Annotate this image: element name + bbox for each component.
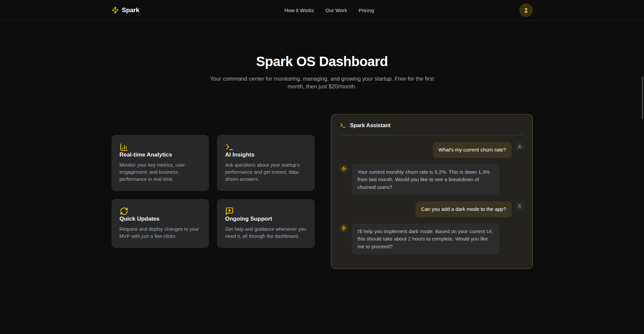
user-icon bbox=[517, 144, 522, 149]
feature-description: Request and deploy changes to your MVP w… bbox=[120, 226, 201, 240]
chat-messages: What's my current churn rate? Your curre… bbox=[331, 135, 532, 269]
page-scrollbar-track bbox=[641, 0, 644, 334]
spark-assistant-panel: Spark Assistant What's my current churn … bbox=[331, 114, 533, 269]
zap-icon bbox=[341, 226, 346, 230]
nav-link-our-work[interactable]: Our Work bbox=[326, 7, 347, 13]
page-title: Spark OS Dashboard bbox=[112, 54, 533, 69]
nav-link-pricing[interactable]: Pricing bbox=[359, 7, 374, 13]
assistant-panel-title: Spark Assistant bbox=[350, 122, 391, 129]
chat-message-user: What's my current churn rate? bbox=[340, 142, 524, 158]
top-nav: Spark How it Works Our Work Pricing bbox=[0, 0, 644, 21]
zap-icon bbox=[112, 6, 119, 14]
user-icon bbox=[517, 204, 522, 208]
user-avatar-chip bbox=[516, 202, 524, 210]
account-avatar-button[interactable] bbox=[519, 3, 533, 17]
nav-container: Spark How it Works Our Work Pricing bbox=[112, 3, 533, 17]
feature-description: Ask questions about your startup's perfo… bbox=[225, 162, 307, 183]
feature-card-real-time-analytics: Real-time Analytics Monitor your key met… bbox=[112, 135, 209, 191]
feature-title: Ongoing Support bbox=[225, 216, 307, 222]
nav-link-how-it-works[interactable]: How it Works bbox=[284, 7, 314, 13]
nav-links: How it Works Our Work Pricing bbox=[284, 7, 374, 13]
hero-section: Spark OS Dashboard Your command center f… bbox=[112, 21, 533, 90]
page-scrollbar-thumb[interactable] bbox=[642, 77, 643, 119]
user-icon bbox=[523, 7, 529, 13]
feature-card-quick-updates: Quick Updates Request and deploy changes… bbox=[112, 199, 209, 248]
feature-card-ai-insights: AI Insights Ask questions about your sta… bbox=[217, 135, 315, 191]
page-subtitle: Your command center for monitoring, mana… bbox=[206, 75, 438, 90]
assistant-panel-header: Spark Assistant bbox=[331, 114, 532, 135]
feature-title: Real-time Analytics bbox=[120, 151, 201, 158]
brand-name: Spark bbox=[122, 6, 140, 14]
chat-message-assistant: Your current monthly churn rate is 5.2%.… bbox=[340, 164, 524, 195]
features-grid: Real-time Analytics Monitor your key met… bbox=[112, 135, 315, 248]
assistant-message-bubble: I'll help you implement dark mode. Based… bbox=[352, 224, 499, 255]
feature-card-ongoing-support: Ongoing Support Get help and guidance wh… bbox=[217, 199, 315, 248]
feature-title: AI Insights bbox=[225, 151, 307, 158]
feature-title: Quick Updates bbox=[120, 216, 201, 222]
assistant-avatar-chip bbox=[340, 224, 348, 232]
main-content: Spark OS Dashboard Your command center f… bbox=[112, 21, 533, 269]
terminal-icon bbox=[340, 122, 346, 129]
user-message-bubble: Can you add a dark mode to the app? bbox=[416, 201, 512, 217]
terminal-icon bbox=[225, 143, 307, 151]
content-row: Real-time Analytics Monitor your key met… bbox=[112, 114, 533, 269]
refresh-icon bbox=[120, 207, 201, 216]
feature-description: Get help and guidance whenever you need … bbox=[225, 226, 307, 240]
chat-message-assistant: I'll help you implement dark mode. Based… bbox=[340, 224, 524, 255]
brand-logo[interactable]: Spark bbox=[112, 6, 140, 14]
message-square-plus-icon bbox=[225, 207, 307, 216]
assistant-avatar-chip bbox=[340, 165, 348, 173]
feature-description: Monitor your key metrics, user engagemen… bbox=[120, 162, 201, 183]
zap-icon bbox=[341, 166, 346, 171]
user-avatar-chip bbox=[516, 142, 524, 151]
user-message-bubble: What's my current churn rate? bbox=[433, 142, 512, 158]
assistant-message-bubble: Your current monthly churn rate is 5.2%.… bbox=[352, 164, 499, 195]
bar-chart-icon bbox=[120, 143, 201, 151]
chat-message-user: Can you add a dark mode to the app? bbox=[340, 201, 524, 217]
